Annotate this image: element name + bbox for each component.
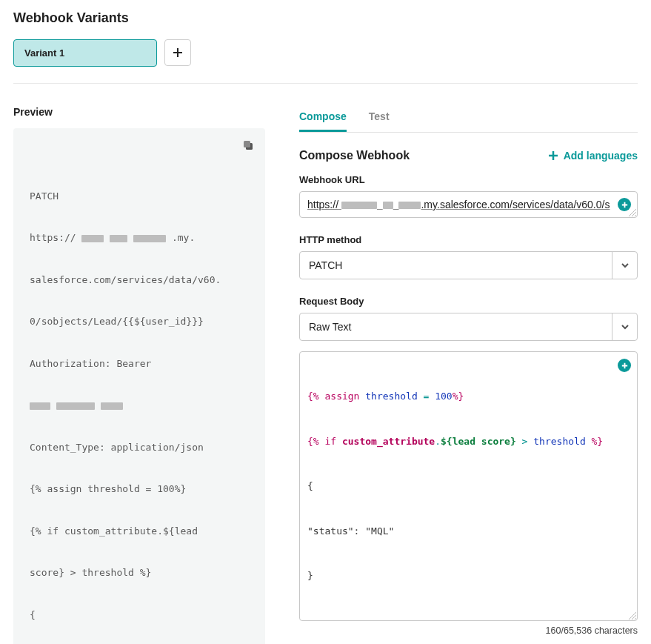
plus-icon (547, 150, 559, 162)
compose-column: Compose Test Compose Webhook Add languag… (299, 106, 638, 644)
preview-line: PATCH (30, 190, 249, 204)
body-type-select[interactable]: Raw Text (299, 313, 638, 341)
preview-line: 0/sobjects/Lead/{{${user_id}}} (30, 315, 249, 329)
add-liquid-button[interactable] (618, 198, 631, 211)
tabs: Compose Test (299, 106, 638, 133)
preview-line: Content_Type: application/json (30, 441, 249, 455)
preview-column: Preview PATCH https:// .my. salesforce.c… (13, 106, 265, 644)
plus-icon (621, 362, 629, 370)
webhook-url-input[interactable]: https:// .my.salesforce.com/services/dat… (299, 191, 638, 218)
preview-line: { (30, 608, 249, 623)
preview-line: salesforce.com/services/data/v60. (30, 273, 249, 288)
chevron-down-icon (621, 322, 630, 331)
tab-test[interactable]: Test (369, 106, 390, 132)
add-variant-button[interactable] (164, 39, 191, 66)
preview-box: PATCH https:// .my. salesforce.com/servi… (13, 128, 265, 644)
compose-title: Compose Webhook (299, 149, 410, 162)
webhook-url-label: Webhook URL (299, 174, 638, 185)
request-body-label: Request Body (299, 296, 638, 307)
divider (13, 83, 638, 84)
preview-line: Authorization: Bearer (30, 357, 249, 371)
preview-heading: Preview (13, 106, 265, 118)
variant-bar: Variant 1 (13, 39, 638, 67)
http-method-label: HTTP method (299, 234, 638, 245)
svg-rect-1 (244, 141, 250, 147)
add-languages-button[interactable]: Add languages (547, 150, 638, 162)
preview-line (30, 399, 249, 413)
chevron-down-icon (621, 261, 630, 270)
preview-line: {% assign threshold = 100%} (30, 482, 249, 497)
page-title: Webhook Variants (13, 10, 638, 26)
variant-tab[interactable]: Variant 1 (13, 39, 157, 67)
copy-button[interactable] (238, 136, 258, 155)
preview-line: {% if custom_attribute.${lead (30, 525, 249, 539)
preview-line: https:// .my. (30, 231, 249, 245)
plus-icon (172, 47, 184, 59)
plus-icon (621, 201, 629, 209)
add-liquid-button[interactable] (618, 359, 631, 372)
character-counter: 160/65,536 characters (299, 625, 638, 636)
request-body-textarea[interactable]: {% assign threshold = 100%} {% if custom… (299, 351, 638, 621)
tab-compose[interactable]: Compose (299, 106, 347, 132)
preview-line: score} > threshold %} (30, 566, 249, 580)
copy-icon (241, 139, 255, 152)
http-method-select[interactable]: PATCH (299, 251, 638, 279)
